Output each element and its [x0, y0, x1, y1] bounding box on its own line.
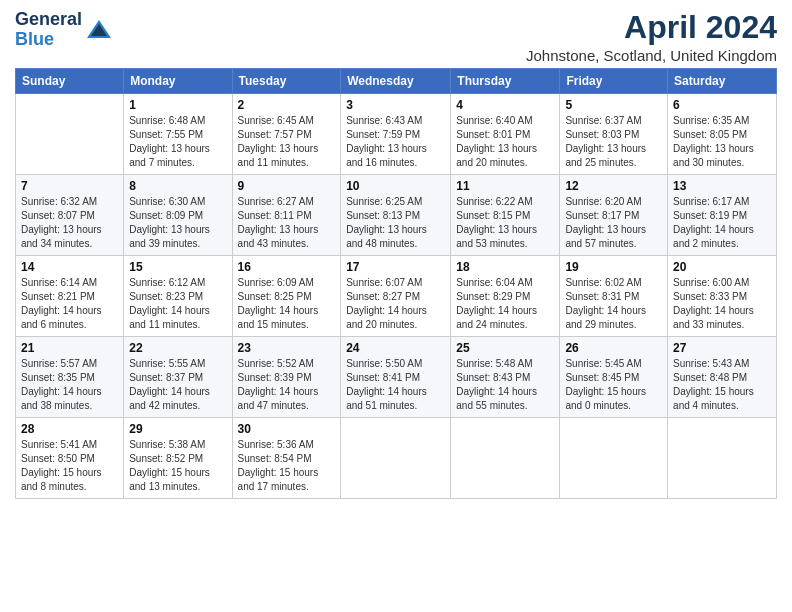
- sunrise-text: Sunrise: 5:52 AM: [238, 357, 336, 371]
- day-info: Sunrise: 6:35 AMSunset: 8:05 PMDaylight:…: [673, 114, 771, 170]
- calendar-header-sunday: Sunday: [16, 69, 124, 94]
- title-area: April 2024 Johnstone, Scotland, United K…: [526, 10, 777, 64]
- day-number: 1: [129, 98, 226, 112]
- sunset-text: Sunset: 8:43 PM: [456, 371, 554, 385]
- sunset-text: Sunset: 8:17 PM: [565, 209, 662, 223]
- sunrise-text: Sunrise: 6:12 AM: [129, 276, 226, 290]
- daylight-text: Daylight: 14 hours and 51 minutes.: [346, 385, 445, 413]
- daylight-text: Daylight: 14 hours and 24 minutes.: [456, 304, 554, 332]
- calendar-week-row: 7Sunrise: 6:32 AMSunset: 8:07 PMDaylight…: [16, 175, 777, 256]
- sunrise-text: Sunrise: 5:45 AM: [565, 357, 662, 371]
- daylight-text: Daylight: 14 hours and 29 minutes.: [565, 304, 662, 332]
- day-info: Sunrise: 5:50 AMSunset: 8:41 PMDaylight:…: [346, 357, 445, 413]
- daylight-text: Daylight: 14 hours and 11 minutes.: [129, 304, 226, 332]
- day-info: Sunrise: 5:48 AMSunset: 8:43 PMDaylight:…: [456, 357, 554, 413]
- calendar-cell: 24Sunrise: 5:50 AMSunset: 8:41 PMDayligh…: [341, 337, 451, 418]
- calendar-header-friday: Friday: [560, 69, 668, 94]
- day-info: Sunrise: 5:43 AMSunset: 8:48 PMDaylight:…: [673, 357, 771, 413]
- sunset-text: Sunset: 8:39 PM: [238, 371, 336, 385]
- day-info: Sunrise: 6:04 AMSunset: 8:29 PMDaylight:…: [456, 276, 554, 332]
- daylight-text: Daylight: 13 hours and 53 minutes.: [456, 223, 554, 251]
- daylight-text: Daylight: 13 hours and 20 minutes.: [456, 142, 554, 170]
- sunset-text: Sunset: 8:15 PM: [456, 209, 554, 223]
- daylight-text: Daylight: 14 hours and 55 minutes.: [456, 385, 554, 413]
- daylight-text: Daylight: 15 hours and 8 minutes.: [21, 466, 118, 494]
- day-info: Sunrise: 6:14 AMSunset: 8:21 PMDaylight:…: [21, 276, 118, 332]
- day-info: Sunrise: 6:17 AMSunset: 8:19 PMDaylight:…: [673, 195, 771, 251]
- logo-icon: [85, 16, 113, 44]
- day-number: 17: [346, 260, 445, 274]
- calendar-cell: 12Sunrise: 6:20 AMSunset: 8:17 PMDayligh…: [560, 175, 668, 256]
- day-info: Sunrise: 6:09 AMSunset: 8:25 PMDaylight:…: [238, 276, 336, 332]
- day-number: 16: [238, 260, 336, 274]
- calendar: SundayMondayTuesdayWednesdayThursdayFrid…: [15, 68, 777, 499]
- daylight-text: Daylight: 15 hours and 13 minutes.: [129, 466, 226, 494]
- sunrise-text: Sunrise: 5:41 AM: [21, 438, 118, 452]
- sunrise-text: Sunrise: 6:43 AM: [346, 114, 445, 128]
- sunrise-text: Sunrise: 6:27 AM: [238, 195, 336, 209]
- day-info: Sunrise: 5:57 AMSunset: 8:35 PMDaylight:…: [21, 357, 118, 413]
- day-info: Sunrise: 6:48 AMSunset: 7:55 PMDaylight:…: [129, 114, 226, 170]
- day-number: 9: [238, 179, 336, 193]
- day-number: 7: [21, 179, 118, 193]
- sunset-text: Sunset: 8:25 PM: [238, 290, 336, 304]
- sunset-text: Sunset: 8:48 PM: [673, 371, 771, 385]
- daylight-text: Daylight: 15 hours and 17 minutes.: [238, 466, 336, 494]
- daylight-text: Daylight: 14 hours and 6 minutes.: [21, 304, 118, 332]
- sunset-text: Sunset: 8:31 PM: [565, 290, 662, 304]
- calendar-header-thursday: Thursday: [451, 69, 560, 94]
- day-number: 3: [346, 98, 445, 112]
- daylight-text: Daylight: 14 hours and 33 minutes.: [673, 304, 771, 332]
- calendar-cell: 11Sunrise: 6:22 AMSunset: 8:15 PMDayligh…: [451, 175, 560, 256]
- sunrise-text: Sunrise: 6:48 AM: [129, 114, 226, 128]
- sunset-text: Sunset: 8:23 PM: [129, 290, 226, 304]
- calendar-header-wednesday: Wednesday: [341, 69, 451, 94]
- sunrise-text: Sunrise: 6:35 AM: [673, 114, 771, 128]
- calendar-cell: [560, 418, 668, 499]
- day-number: 5: [565, 98, 662, 112]
- calendar-cell: 20Sunrise: 6:00 AMSunset: 8:33 PMDayligh…: [668, 256, 777, 337]
- day-number: 27: [673, 341, 771, 355]
- day-info: Sunrise: 6:32 AMSunset: 8:07 PMDaylight:…: [21, 195, 118, 251]
- calendar-cell: 18Sunrise: 6:04 AMSunset: 8:29 PMDayligh…: [451, 256, 560, 337]
- sunrise-text: Sunrise: 6:20 AM: [565, 195, 662, 209]
- calendar-cell: 15Sunrise: 6:12 AMSunset: 8:23 PMDayligh…: [124, 256, 232, 337]
- sunset-text: Sunset: 8:50 PM: [21, 452, 118, 466]
- daylight-text: Daylight: 13 hours and 11 minutes.: [238, 142, 336, 170]
- day-number: 15: [129, 260, 226, 274]
- sunset-text: Sunset: 8:11 PM: [238, 209, 336, 223]
- sunrise-text: Sunrise: 6:04 AM: [456, 276, 554, 290]
- sunset-text: Sunset: 8:33 PM: [673, 290, 771, 304]
- daylight-text: Daylight: 14 hours and 15 minutes.: [238, 304, 336, 332]
- main-title: April 2024: [526, 10, 777, 45]
- day-info: Sunrise: 6:25 AMSunset: 8:13 PMDaylight:…: [346, 195, 445, 251]
- sunset-text: Sunset: 8:03 PM: [565, 128, 662, 142]
- day-number: 14: [21, 260, 118, 274]
- calendar-cell: 7Sunrise: 6:32 AMSunset: 8:07 PMDaylight…: [16, 175, 124, 256]
- calendar-cell: 5Sunrise: 6:37 AMSunset: 8:03 PMDaylight…: [560, 94, 668, 175]
- day-info: Sunrise: 5:52 AMSunset: 8:39 PMDaylight:…: [238, 357, 336, 413]
- daylight-text: Daylight: 15 hours and 4 minutes.: [673, 385, 771, 413]
- day-info: Sunrise: 6:00 AMSunset: 8:33 PMDaylight:…: [673, 276, 771, 332]
- day-info: Sunrise: 6:02 AMSunset: 8:31 PMDaylight:…: [565, 276, 662, 332]
- day-number: 20: [673, 260, 771, 274]
- calendar-header-row: SundayMondayTuesdayWednesdayThursdayFrid…: [16, 69, 777, 94]
- sunrise-text: Sunrise: 6:45 AM: [238, 114, 336, 128]
- subtitle: Johnstone, Scotland, United Kingdom: [526, 47, 777, 64]
- sunrise-text: Sunrise: 5:55 AM: [129, 357, 226, 371]
- day-info: Sunrise: 6:07 AMSunset: 8:27 PMDaylight:…: [346, 276, 445, 332]
- sunset-text: Sunset: 8:45 PM: [565, 371, 662, 385]
- calendar-cell: 13Sunrise: 6:17 AMSunset: 8:19 PMDayligh…: [668, 175, 777, 256]
- calendar-cell: [16, 94, 124, 175]
- calendar-cell: 9Sunrise: 6:27 AMSunset: 8:11 PMDaylight…: [232, 175, 341, 256]
- calendar-cell: 29Sunrise: 5:38 AMSunset: 8:52 PMDayligh…: [124, 418, 232, 499]
- sunrise-text: Sunrise: 6:37 AM: [565, 114, 662, 128]
- day-number: 25: [456, 341, 554, 355]
- sunrise-text: Sunrise: 6:14 AM: [21, 276, 118, 290]
- calendar-cell: 14Sunrise: 6:14 AMSunset: 8:21 PMDayligh…: [16, 256, 124, 337]
- calendar-cell: 22Sunrise: 5:55 AMSunset: 8:37 PMDayligh…: [124, 337, 232, 418]
- calendar-cell: 16Sunrise: 6:09 AMSunset: 8:25 PMDayligh…: [232, 256, 341, 337]
- daylight-text: Daylight: 13 hours and 30 minutes.: [673, 142, 771, 170]
- sunrise-text: Sunrise: 6:22 AM: [456, 195, 554, 209]
- day-number: 28: [21, 422, 118, 436]
